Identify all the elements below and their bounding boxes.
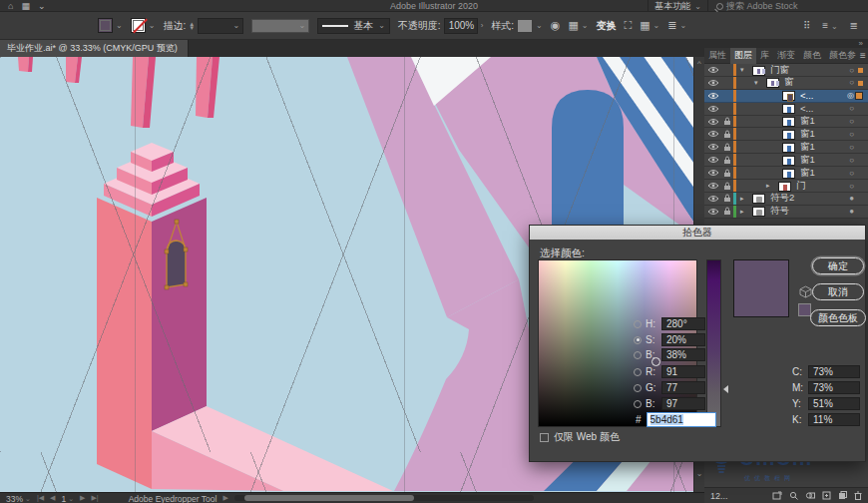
target-circle-icon[interactable]: ○	[849, 180, 854, 192]
visibility-eye-icon[interactable]	[707, 167, 721, 179]
lock-icon[interactable]	[723, 141, 733, 153]
layer-name[interactable]: <...	[800, 90, 813, 102]
tab-color[interactable]: 颜色	[799, 47, 825, 64]
target-circle-icon[interactable]: ○	[849, 128, 854, 140]
fill-color-swatch[interactable]	[98, 18, 113, 33]
visibility-eye-icon[interactable]	[707, 64, 721, 76]
layer-name[interactable]: 窗1	[800, 167, 815, 179]
visibility-eye-icon[interactable]	[707, 180, 721, 192]
brush-definition-dropdown[interactable]: 基本 ⌄	[317, 18, 390, 34]
out-of-web-gamut-cube-icon[interactable]	[799, 285, 812, 298]
layer-thumbnail[interactable]	[778, 182, 791, 192]
h-input[interactable]: 280°	[661, 317, 705, 330]
workspace-switcher[interactable]: 基本功能 ⌄	[648, 0, 708, 12]
new-sublayer-icon[interactable]	[822, 491, 831, 500]
layer-row[interactable]: ▾ 窗 ○	[704, 77, 868, 90]
layer-name[interactable]: 窗1	[800, 128, 815, 140]
visibility-eye-icon[interactable]	[707, 128, 721, 140]
target-dot-icon[interactable]: ●	[849, 193, 854, 205]
layer-row[interactable]: ▸ 符号 ●	[704, 206, 868, 219]
tab-gradient[interactable]: 渐变	[773, 47, 799, 64]
status-expand-icon[interactable]: ▶	[222, 494, 227, 502]
lock-icon[interactable]	[723, 116, 733, 128]
layer-row[interactable]: 窗1 ○	[704, 116, 868, 129]
b2-radio[interactable]	[634, 400, 642, 408]
layer-thumbnail[interactable]	[752, 66, 765, 76]
layer-name[interactable]: 符号2	[770, 193, 794, 205]
stroke-chevron-icon[interactable]: ⌄	[149, 21, 156, 30]
adobe-stock-search[interactable]: 搜索 Adobe Stock	[716, 1, 864, 11]
target-circle-icon[interactable]: ○	[849, 154, 854, 166]
horizontal-scrollbar[interactable]	[234, 495, 534, 501]
variable-width-profile-dropdown[interactable]: ⌄	[251, 19, 309, 33]
target-circle-icon[interactable]: ○	[849, 167, 854, 179]
expand-chevron-icon[interactable]: ▸	[740, 206, 744, 218]
fill-chevron-icon[interactable]: ⌄	[116, 21, 123, 30]
layer-name[interactable]: 窗	[784, 77, 794, 89]
target-circle-icon[interactable]: ○	[849, 103, 854, 115]
g-input[interactable]: 77	[661, 381, 705, 394]
horizontal-scrollbar-thumb[interactable]	[244, 495, 414, 501]
g-radio[interactable]	[634, 384, 642, 392]
opacity-input[interactable]: 100%	[444, 18, 478, 34]
layer-row[interactable]: 窗1 ○	[704, 154, 868, 167]
tab-properties[interactable]: 属性	[704, 47, 730, 64]
hex-input[interactable]: 5b4d61	[647, 412, 716, 427]
layer-row[interactable]: 窗1 ○	[704, 141, 868, 154]
layer-name[interactable]: 门	[796, 180, 806, 192]
layer-thumbnail[interactable]	[782, 156, 795, 166]
stroke-color-swatch[interactable]	[131, 18, 146, 33]
expand-chevron-icon[interactable]: ▸	[740, 193, 744, 205]
layer-row[interactable]: 窗1 ○	[704, 128, 868, 141]
selection-square[interactable]	[858, 68, 863, 73]
visibility-eye-icon[interactable]	[707, 193, 721, 205]
selection-square[interactable]	[855, 92, 863, 100]
saturation-slider[interactable]	[706, 259, 721, 427]
layer-row[interactable]: ▸ 符号2 ●	[704, 193, 868, 206]
tab-color-guide[interactable]: 颜色参	[825, 47, 860, 64]
target-circle-icon[interactable]: ○	[849, 141, 854, 153]
c-input[interactable]: 73%	[808, 365, 860, 378]
cancel-button[interactable]: 取消	[812, 283, 864, 300]
lock-icon[interactable]	[723, 128, 733, 140]
ok-button[interactable]: 确定	[812, 257, 864, 274]
layer-name[interactable]: 符号	[770, 206, 789, 218]
visibility-eye-icon[interactable]	[707, 141, 721, 153]
delete-layer-icon[interactable]	[854, 491, 862, 500]
layer-thumbnail[interactable]	[782, 117, 795, 127]
lock-icon[interactable]	[723, 193, 733, 205]
target-dot-icon[interactable]: ●	[849, 206, 854, 218]
slider-arrow-right-icon[interactable]	[723, 385, 728, 393]
make-mask-icon[interactable]	[805, 491, 815, 500]
color-swatches-button[interactable]: 颜色色板	[810, 309, 866, 326]
layer-thumbnail[interactable]	[782, 91, 795, 101]
layer-name[interactable]: 窗1	[800, 116, 815, 128]
collapse-panels-icon[interactable]: »	[859, 39, 863, 48]
dialog-title-bar[interactable]: 拾色器	[530, 226, 865, 240]
layer-row[interactable]: 窗1 ○	[704, 167, 868, 180]
web-safe-swatch[interactable]	[798, 303, 811, 316]
expand-chevron-icon[interactable]: ▾	[740, 64, 744, 76]
opacity-more-icon[interactable]: ›	[481, 21, 484, 30]
lock-icon[interactable]	[723, 167, 733, 179]
transform-link[interactable]: 变换	[597, 19, 617, 33]
target-circle-icon[interactable]: ◎	[847, 90, 854, 102]
layer-row[interactable]: <... ○	[704, 103, 868, 116]
y-input[interactable]: 51%	[808, 397, 860, 410]
stroke-weight-dropdown[interactable]: ⌄	[198, 18, 243, 34]
s-input[interactable]: 20%	[661, 333, 705, 346]
recolor-artwork-icon[interactable]: ◉	[551, 19, 561, 32]
new-layer-icon[interactable]	[838, 491, 847, 500]
style-swatch-dropdown[interactable]	[517, 19, 533, 33]
tab-libraries[interactable]: 库	[756, 47, 773, 64]
lock-icon[interactable]	[723, 154, 733, 166]
first-artboard-icon[interactable]: |◀	[37, 494, 44, 502]
isolate-icon[interactable]: ▦	[640, 19, 650, 32]
visibility-eye-icon[interactable]	[707, 90, 721, 102]
layer-row[interactable]: ▸ 门 ○	[704, 180, 868, 193]
web-only-checkbox[interactable]	[540, 433, 549, 442]
next-artboard-icon[interactable]: ▶	[80, 494, 85, 502]
layer-thumbnail[interactable]	[782, 130, 795, 140]
panel-menu-icon[interactable]: ≡	[860, 50, 866, 61]
selection-square[interactable]	[858, 81, 863, 86]
